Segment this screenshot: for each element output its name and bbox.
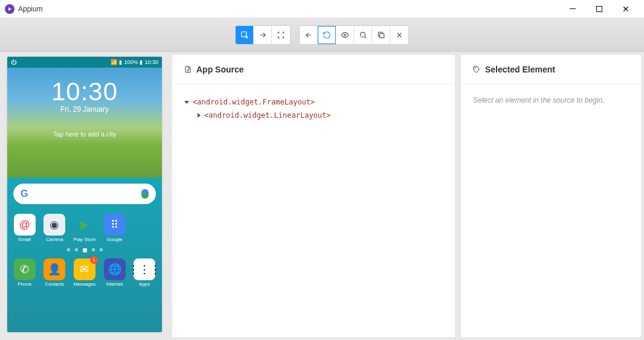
tree-node-label: <android.widget.LinearLayout> [204, 111, 331, 120]
status-time: 10:30 [144, 59, 158, 65]
minimize-button[interactable] [559, 1, 586, 18]
app-icon-badge: ⋮⋮⋮ [134, 258, 155, 280]
selected-element-body: Select an element in the source to begin… [461, 85, 641, 115]
selected-element-panel: Selected Element Select an element in th… [460, 54, 642, 338]
maximize-button[interactable] [586, 1, 613, 18]
device-preview[interactable]: ⏻ 📶 ▮ 100% ▮ 10:30 10:30 Fri, 29 January… [2, 54, 167, 338]
app-source-title: App Source [196, 65, 244, 74]
app-label: Play Store [74, 237, 96, 242]
app-icon [5, 4, 14, 14]
app-label: Email [19, 237, 31, 242]
app-label: Messages [74, 281, 95, 287]
arrow-right-icon [259, 31, 267, 39]
mic-icon [141, 189, 149, 199]
app-label: Phone [18, 281, 31, 287]
svg-rect-3 [379, 33, 384, 37]
battery-pct: 100% [124, 59, 138, 65]
notification-badge: 1 [90, 256, 98, 264]
signal-icon: ▮ [119, 59, 122, 65]
device-screen[interactable]: ⏻ 📶 ▮ 100% ▮ 10:30 10:30 Fri, 29 January… [7, 57, 162, 332]
close-button[interactable]: ✕ [613, 1, 639, 18]
tree-node-child[interactable]: <android.widget.LinearLayout> [184, 109, 443, 122]
copy-icon [377, 31, 385, 39]
power-icon: ⏻ [11, 59, 16, 65]
app-source-header: App Source [172, 55, 455, 85]
selected-element-title: Selected Element [485, 65, 555, 74]
back-button[interactable] [300, 26, 318, 44]
tree-node-root[interactable]: <android.widget.FrameLayout> [184, 95, 443, 109]
window-title: Appium [18, 5, 43, 13]
eye-icon [341, 31, 349, 39]
google-search-bar: G [13, 184, 156, 204]
app-launcher: ◉Camera [41, 214, 69, 242]
search-icon [359, 31, 367, 39]
clock-date: Fri, 29 January [7, 105, 162, 114]
caret-down-icon [184, 101, 189, 104]
app-label: Apps [139, 281, 150, 287]
source-tree: <android.widget.FrameLayout> <android.wi… [172, 85, 455, 133]
refresh-button[interactable] [318, 26, 336, 44]
app-grid-row-1: @Email◉Camera▶Play Store⠿Google [7, 210, 162, 246]
selected-element-header: Selected Element [461, 55, 641, 85]
app-label: Google [107, 237, 123, 242]
crosshair-icon [277, 31, 285, 39]
close-icon [395, 31, 404, 39]
clock-widget: 10:30 Fri, 29 January Tap here to add a … [7, 68, 162, 178]
app-icon-badge: 🌐 [104, 258, 126, 280]
app-launcher: ⠿Google [101, 214, 129, 242]
app-icon-badge: ✆ [14, 258, 36, 280]
quit-session-button[interactable] [390, 26, 408, 44]
app-launcher: 🌐Internet [101, 258, 129, 287]
wifi-icon: 📶 [111, 59, 117, 65]
app-icon-badge: @ [14, 214, 36, 236]
cursor-select-icon [240, 31, 249, 39]
search-button[interactable] [354, 26, 372, 44]
page-indicator [7, 248, 162, 252]
tree-node-label: <android.widget.FrameLayout> [193, 98, 315, 106]
app-launcher: ⋮⋮⋮Apps [130, 258, 158, 287]
action-button-group [299, 25, 409, 45]
weather-hint: Tap here to add a city [7, 130, 162, 138]
refresh-icon [323, 31, 331, 39]
app-label: Internet [106, 281, 123, 287]
battery-icon: ▮ [140, 59, 143, 65]
svg-point-2 [360, 32, 365, 37]
titlebar: Appium ✕ [0, 0, 644, 18]
main-area: ⏻ 📶 ▮ 100% ▮ 10:30 10:30 Fri, 29 January… [0, 52, 644, 340]
app-label: Camera [46, 237, 63, 242]
toolbar [0, 18, 644, 52]
app-grid-row-2: ✆Phone👤Contacts✉1Messages🌐Internet⋮⋮⋮App… [7, 255, 162, 290]
app-icon-badge: ◉ [43, 214, 65, 236]
tap-coords-button[interactable] [272, 26, 290, 44]
app-source-panel: App Source <android.widget.FrameLayout> … [172, 54, 456, 338]
app-icon-badge: ▶ [74, 214, 95, 236]
selected-element-placeholder: Select an element in the source to begin… [473, 96, 604, 104]
tag-icon [473, 66, 480, 73]
app-icon-badge: ✉1 [74, 258, 95, 280]
app-label: Contacts [45, 281, 65, 287]
copy-xml-button[interactable] [372, 26, 390, 44]
swipe-mode-button[interactable] [254, 26, 272, 44]
file-icon [184, 66, 192, 73]
caret-right-icon [198, 113, 201, 118]
svg-point-1 [344, 34, 346, 36]
arrow-left-icon [304, 31, 313, 39]
window-controls: ✕ [559, 1, 639, 18]
app-launcher: @Email [11, 214, 39, 242]
app-icon-badge: 👤 [43, 258, 65, 280]
app-launcher: ▶Play Store [71, 214, 98, 242]
clock-time: 10:30 [7, 68, 162, 106]
status-bar: ⏻ 📶 ▮ 100% ▮ 10:30 [7, 57, 162, 68]
select-mode-button[interactable] [236, 26, 254, 44]
app-launcher: ✉1Messages [71, 258, 98, 287]
google-logo-icon: G [21, 188, 28, 199]
svg-point-4 [475, 68, 475, 68]
app-launcher: 👤Contacts [41, 258, 69, 287]
app-launcher: ✆Phone [11, 258, 39, 287]
app-icon-badge: ⠿ [104, 214, 126, 236]
mode-button-group [235, 25, 291, 45]
record-button[interactable] [336, 26, 354, 44]
